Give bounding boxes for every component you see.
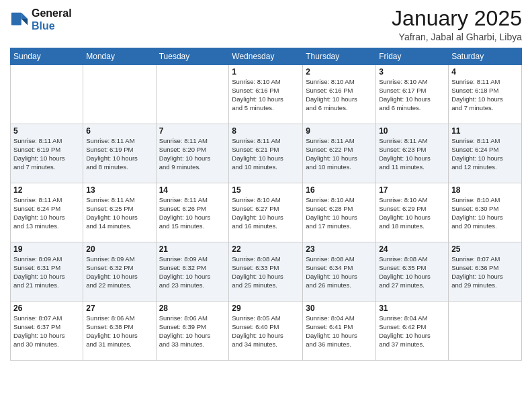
day-info: Sunrise: 8:11 AMSunset: 6:19 PMDaylight:… (86, 137, 152, 171)
day-info: Sunrise: 8:10 AMSunset: 6:29 PMDaylight:… (379, 196, 445, 230)
day-info: Sunrise: 8:11 AMSunset: 6:21 PMDaylight:… (232, 137, 300, 171)
day-number: 16 (306, 185, 373, 195)
table-row: 9Sunrise: 8:11 AMSunset: 6:22 PMDaylight… (303, 124, 376, 183)
table-row (11, 65, 83, 124)
svg-rect-2 (11, 13, 21, 26)
table-row (449, 302, 522, 361)
table-row: 8Sunrise: 8:11 AMSunset: 6:21 PMDaylight… (229, 124, 303, 183)
location: Yafran, Jabal al Gharbi, Libya (392, 32, 522, 42)
day-number: 27 (86, 304, 152, 313)
month-title: January 2025 (392, 7, 522, 30)
day-info: Sunrise: 8:11 AMSunset: 6:26 PMDaylight:… (159, 196, 226, 230)
day-info: Sunrise: 8:08 AMSunset: 6:34 PMDaylight:… (306, 255, 373, 289)
table-row: 22Sunrise: 8:08 AMSunset: 6:33 PMDayligh… (229, 242, 303, 302)
day-number: 2 (306, 67, 373, 77)
table-row (83, 65, 156, 124)
page-container: General Blue January 2025 Yafran, Jabal … (0, 0, 532, 411)
day-number: 17 (379, 185, 445, 195)
day-number: 4 (451, 67, 519, 77)
day-number: 9 (306, 126, 373, 136)
table-row (156, 65, 229, 124)
col-tuesday: Tuesday (156, 48, 229, 65)
table-row: 2Sunrise: 8:10 AMSunset: 6:16 PMDaylight… (303, 65, 376, 124)
day-info: Sunrise: 8:07 AMSunset: 6:37 PMDaylight:… (13, 314, 80, 349)
table-row: 11Sunrise: 8:11 AMSunset: 6:24 PMDayligh… (449, 124, 522, 183)
col-thursday: Thursday (303, 48, 376, 65)
day-info: Sunrise: 8:09 AMSunset: 6:32 PMDaylight:… (159, 255, 226, 289)
day-info: Sunrise: 8:04 AMSunset: 6:41 PMDaylight:… (306, 314, 373, 349)
day-info: Sunrise: 8:11 AMSunset: 6:25 PMDaylight:… (86, 196, 152, 230)
calendar-week-row: 19Sunrise: 8:09 AMSunset: 6:31 PMDayligh… (11, 242, 522, 302)
day-info: Sunrise: 8:05 AMSunset: 6:40 PMDaylight:… (232, 314, 300, 349)
col-saturday: Saturday (449, 48, 522, 65)
day-number: 8 (232, 126, 300, 136)
table-row: 1Sunrise: 8:10 AMSunset: 6:16 PMDaylight… (229, 65, 303, 124)
day-info: Sunrise: 8:09 AMSunset: 6:31 PMDaylight:… (13, 255, 80, 289)
day-number: 12 (13, 185, 80, 195)
day-info: Sunrise: 8:11 AMSunset: 6:19 PMDaylight:… (13, 137, 80, 171)
day-number: 25 (451, 244, 519, 254)
calendar-week-row: 26Sunrise: 8:07 AMSunset: 6:37 PMDayligh… (11, 302, 522, 361)
title-block: January 2025 Yafran, Jabal al Gharbi, Li… (392, 7, 522, 42)
table-row: 7Sunrise: 8:11 AMSunset: 6:20 PMDaylight… (156, 124, 229, 183)
table-row: 6Sunrise: 8:11 AMSunset: 6:19 PMDaylight… (83, 124, 156, 183)
table-row: 15Sunrise: 8:10 AMSunset: 6:27 PMDayligh… (229, 183, 303, 242)
table-row: 14Sunrise: 8:11 AMSunset: 6:26 PMDayligh… (156, 183, 229, 242)
logo-icon (10, 10, 29, 29)
day-info: Sunrise: 8:08 AMSunset: 6:33 PMDaylight:… (232, 255, 300, 289)
day-info: Sunrise: 8:11 AMSunset: 6:23 PMDaylight:… (379, 137, 445, 171)
day-number: 1 (232, 67, 300, 77)
day-number: 15 (232, 185, 300, 195)
table-row: 31Sunrise: 8:04 AMSunset: 6:42 PMDayligh… (376, 302, 449, 361)
day-info: Sunrise: 8:10 AMSunset: 6:17 PMDaylight:… (379, 78, 445, 112)
day-number: 30 (306, 304, 373, 313)
day-info: Sunrise: 8:10 AMSunset: 6:30 PMDaylight:… (451, 196, 519, 230)
day-number: 31 (379, 304, 445, 313)
day-number: 23 (306, 244, 373, 254)
table-row: 5Sunrise: 8:11 AMSunset: 6:19 PMDaylight… (11, 124, 83, 183)
day-number: 20 (86, 244, 152, 254)
table-row: 20Sunrise: 8:09 AMSunset: 6:32 PMDayligh… (83, 242, 156, 302)
day-number: 13 (86, 185, 152, 195)
day-number: 10 (379, 126, 445, 136)
table-row: 21Sunrise: 8:09 AMSunset: 6:32 PMDayligh… (156, 242, 229, 302)
table-row: 26Sunrise: 8:07 AMSunset: 6:37 PMDayligh… (11, 302, 83, 361)
day-info: Sunrise: 8:10 AMSunset: 6:16 PMDaylight:… (232, 78, 300, 112)
table-row: 24Sunrise: 8:08 AMSunset: 6:35 PMDayligh… (376, 242, 449, 302)
col-monday: Monday (83, 48, 156, 65)
table-row: 28Sunrise: 8:06 AMSunset: 6:39 PMDayligh… (156, 302, 229, 361)
day-info: Sunrise: 8:06 AMSunset: 6:39 PMDaylight:… (159, 314, 226, 349)
day-number: 26 (13, 304, 80, 313)
day-info: Sunrise: 8:09 AMSunset: 6:32 PMDaylight:… (86, 255, 152, 289)
day-number: 24 (379, 244, 445, 254)
calendar-week-row: 5Sunrise: 8:11 AMSunset: 6:19 PMDaylight… (11, 124, 522, 183)
day-info: Sunrise: 8:11 AMSunset: 6:20 PMDaylight:… (159, 137, 226, 171)
table-row: 10Sunrise: 8:11 AMSunset: 6:23 PMDayligh… (376, 124, 449, 183)
day-info: Sunrise: 8:10 AMSunset: 6:27 PMDaylight:… (232, 196, 300, 230)
day-number: 28 (159, 304, 226, 313)
day-info: Sunrise: 8:08 AMSunset: 6:35 PMDaylight:… (379, 255, 445, 289)
day-info: Sunrise: 8:11 AMSunset: 6:24 PMDaylight:… (13, 196, 80, 230)
day-number: 7 (159, 126, 226, 136)
table-row: 30Sunrise: 8:04 AMSunset: 6:41 PMDayligh… (303, 302, 376, 361)
table-row: 13Sunrise: 8:11 AMSunset: 6:25 PMDayligh… (83, 183, 156, 242)
table-row: 4Sunrise: 8:11 AMSunset: 6:18 PMDaylight… (449, 65, 522, 124)
svg-marker-0 (21, 13, 28, 19)
day-info: Sunrise: 8:11 AMSunset: 6:18 PMDaylight:… (451, 78, 519, 112)
col-friday: Friday (376, 48, 449, 65)
day-info: Sunrise: 8:07 AMSunset: 6:36 PMDaylight:… (451, 255, 519, 289)
col-wednesday: Wednesday (229, 48, 303, 65)
day-number: 19 (13, 244, 80, 254)
table-row: 18Sunrise: 8:10 AMSunset: 6:30 PMDayligh… (449, 183, 522, 242)
day-number: 21 (159, 244, 226, 254)
day-number: 3 (379, 67, 445, 77)
table-row: 29Sunrise: 8:05 AMSunset: 6:40 PMDayligh… (229, 302, 303, 361)
day-number: 5 (13, 126, 80, 136)
table-row: 17Sunrise: 8:10 AMSunset: 6:29 PMDayligh… (376, 183, 449, 242)
table-row: 3Sunrise: 8:10 AMSunset: 6:17 PMDaylight… (376, 65, 449, 124)
table-row: 23Sunrise: 8:08 AMSunset: 6:34 PMDayligh… (303, 242, 376, 302)
day-info: Sunrise: 8:04 AMSunset: 6:42 PMDaylight:… (379, 314, 445, 349)
day-number: 11 (451, 126, 519, 136)
day-info: Sunrise: 8:10 AMSunset: 6:16 PMDaylight:… (306, 78, 373, 112)
day-number: 14 (159, 185, 226, 195)
